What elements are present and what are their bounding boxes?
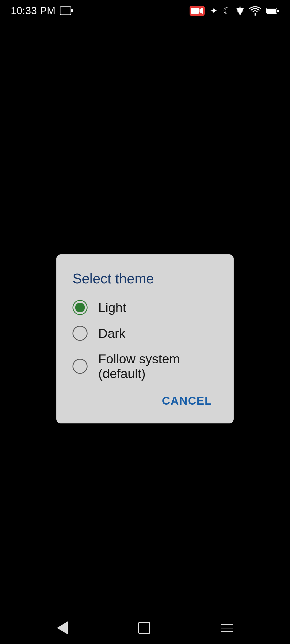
theme-label-dark: Dark xyxy=(98,326,125,341)
screen-record-icon xyxy=(60,6,73,15)
bluetooth-icon: ✦ xyxy=(210,5,218,16)
status-bar-left: 10:33 PM xyxy=(11,5,73,17)
theme-option-system[interactable]: Follow system (default) xyxy=(73,352,218,381)
home-button[interactable] xyxy=(138,622,150,634)
theme-label-light: Light xyxy=(98,300,126,315)
battery-icon xyxy=(266,7,279,14)
radio-dark[interactable] xyxy=(73,326,88,341)
status-bar: 10:33 PM ✦ ☾ xyxy=(0,0,290,21)
moon-icon: ☾ xyxy=(223,5,231,16)
theme-label-system: Follow system (default) xyxy=(98,352,218,381)
video-camera-icon xyxy=(190,6,205,16)
svg-rect-9 xyxy=(277,10,279,12)
status-bar-right: ✦ ☾ xyxy=(190,5,279,16)
nav-bar xyxy=(0,612,290,644)
dialog-title: Select theme xyxy=(73,270,218,287)
cancel-button[interactable]: CANCEL xyxy=(157,392,218,410)
wifi-icon xyxy=(249,6,261,16)
radio-light[interactable] xyxy=(73,300,88,315)
theme-dialog: Select theme Light Dark Follow system (d… xyxy=(56,254,234,423)
svg-rect-8 xyxy=(267,9,276,13)
back-button[interactable] xyxy=(57,621,68,634)
recents-button[interactable] xyxy=(221,624,233,632)
svg-rect-0 xyxy=(60,7,71,15)
svg-rect-3 xyxy=(191,8,199,14)
status-time: 10:33 PM xyxy=(11,5,56,17)
signal-arrow-icon xyxy=(236,6,244,16)
radio-system[interactable] xyxy=(73,359,88,374)
theme-option-dark[interactable]: Dark xyxy=(73,326,218,341)
theme-option-light[interactable]: Light xyxy=(73,300,218,315)
svg-rect-1 xyxy=(71,9,73,12)
dialog-actions: CANCEL xyxy=(73,392,218,410)
